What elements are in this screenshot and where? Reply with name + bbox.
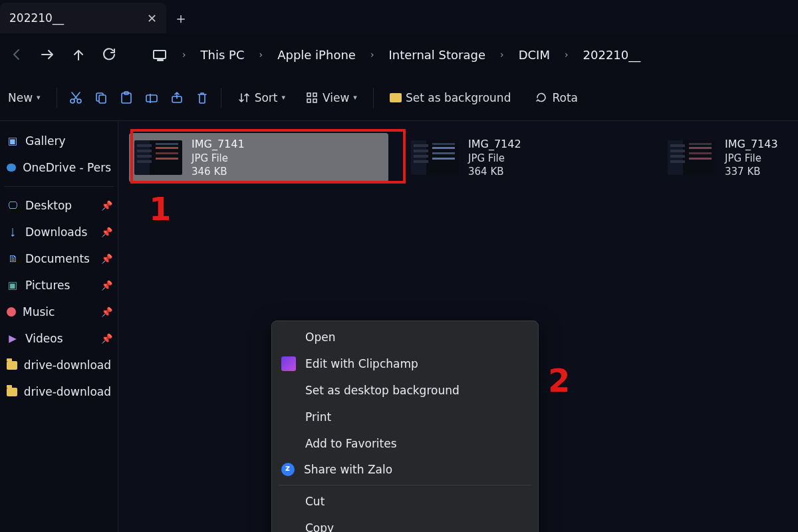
sidebar-item-onedrive[interactable]: OneDrive - Pers	[0, 154, 118, 181]
file-meta: IMG_7141 JPG File 346 KB	[192, 137, 245, 178]
pictures-icon: ▣	[7, 279, 19, 291]
sort-label: Sort	[255, 91, 278, 104]
ctx-clipchamp[interactable]: Edit with Clipchamp	[272, 350, 538, 377]
sidebar-item-videos[interactable]: ▶ Videos 📌	[0, 325, 118, 352]
clipchamp-icon	[281, 356, 296, 371]
sidebar-item-documents[interactable]: 🗎 Documents 📌	[0, 245, 118, 272]
ctx-share-zalo[interactable]: Share with Zalo	[272, 457, 538, 482]
ctx-label: Share with Zalo	[304, 463, 392, 476]
refresh-button[interactable]	[101, 47, 117, 63]
sort-button[interactable]: Sort ▾	[233, 87, 289, 108]
rename-icon[interactable]	[145, 91, 158, 104]
sidebar-item-desktop[interactable]: 🖵 Desktop 📌	[0, 192, 118, 219]
desktop-icon: 🖵	[7, 200, 19, 211]
breadcrumb-item[interactable]: This PC	[201, 48, 245, 62]
new-label: New	[8, 91, 33, 104]
sidebar-label: OneDrive - Pers	[23, 161, 111, 174]
pin-icon: 📌	[101, 307, 112, 317]
toolbar-divider	[373, 88, 374, 108]
ctx-set-desktop-bg[interactable]: Set as desktop background	[272, 377, 538, 404]
rotate-icon	[535, 91, 548, 104]
ctx-copy[interactable]: Copy	[272, 515, 538, 532]
sidebar: ▣ Gallery OneDrive - Pers 🖵 Desktop 📌 ⭣ …	[0, 121, 118, 532]
set-background-button[interactable]: Set as background	[386, 87, 515, 108]
gallery-icon: ▣	[7, 135, 19, 147]
chevron-right-icon: ›	[370, 49, 374, 60]
toolbar-divider	[57, 88, 57, 108]
sidebar-label: drive-download	[24, 385, 111, 398]
ctx-add-favorites[interactable]: Add to Favorites	[272, 430, 538, 457]
share-icon[interactable]	[170, 91, 184, 104]
folder-icon	[7, 361, 17, 370]
pin-icon: 📌	[101, 200, 112, 211]
chevron-down-icon: ▾	[281, 93, 285, 102]
pin-icon: 📌	[101, 280, 112, 291]
sidebar-item-music[interactable]: Music 📌	[0, 299, 118, 325]
forward-button[interactable]	[40, 47, 56, 63]
file-item[interactable]: IMG_7143 JPG File 337 KB	[662, 133, 783, 182]
chevron-right-icon: ›	[259, 49, 263, 60]
window-tab[interactable]: 202210__ ✕	[0, 3, 166, 33]
sidebar-item-pictures[interactable]: ▣ Pictures 📌	[0, 272, 118, 299]
blank-icon	[281, 521, 296, 532]
rotate-button[interactable]: Rota	[531, 87, 582, 108]
breadcrumb-item[interactable]: DCIM	[519, 48, 550, 62]
blank-icon	[281, 410, 296, 424]
titlebar: 202210__ ✕ ＋	[0, 0, 798, 33]
cut-icon[interactable]	[69, 91, 82, 104]
sidebar-item-folder[interactable]: drive-download	[0, 378, 118, 405]
main-split: ▣ Gallery OneDrive - Pers 🖵 Desktop 📌 ⭣ …	[0, 121, 798, 532]
toolbar-divider	[221, 88, 221, 108]
breadcrumb-item[interactable]: Apple iPhone	[277, 48, 356, 62]
ctx-label: Print	[305, 410, 331, 424]
sidebar-label: Downloads	[25, 225, 87, 239]
sidebar-label: Videos	[25, 332, 63, 345]
file-item[interactable]: IMG_7141 JPG File 346 KB	[129, 133, 388, 182]
view-icon	[305, 91, 319, 104]
context-menu: Open Edit with Clipchamp Set as desktop …	[271, 321, 539, 532]
back-button[interactable]	[9, 47, 25, 63]
ctx-label: Set as desktop background	[305, 384, 460, 397]
sidebar-label: Documents	[25, 252, 90, 265]
blank-icon	[281, 436, 296, 451]
svg-rect-11	[313, 99, 317, 102]
file-size: 337 KB	[725, 165, 778, 178]
file-name: IMG_7141	[192, 137, 245, 152]
paste-icon[interactable]	[120, 91, 133, 104]
file-type: JPG File	[468, 152, 521, 165]
onedrive-icon	[7, 164, 16, 172]
chevron-right-icon: ›	[182, 49, 186, 60]
background-icon	[390, 93, 402, 102]
file-meta: IMG_7142 JPG File 364 KB	[468, 137, 521, 178]
close-tab-icon[interactable]: ✕	[147, 11, 157, 25]
file-name: IMG_7143	[725, 137, 778, 152]
ctx-cut[interactable]: Cut	[272, 488, 538, 515]
toolbar: New ▾ Sort ▾ View ▾ Set as background	[0, 80, 798, 121]
copy-icon[interactable]	[94, 91, 108, 104]
ctx-label: Edit with Clipchamp	[305, 357, 418, 370]
ctx-label: Cut	[305, 495, 325, 508]
file-name: IMG_7142	[468, 137, 521, 152]
ctx-print[interactable]: Print	[272, 404, 538, 430]
file-meta: IMG_7143 JPG File 337 KB	[725, 137, 778, 178]
up-button[interactable]	[70, 47, 86, 63]
delete-icon[interactable]	[196, 91, 209, 104]
ctx-label: Copy	[305, 521, 334, 532]
documents-icon: 🗎	[7, 253, 19, 265]
folder-icon	[7, 388, 17, 396]
sidebar-item-gallery[interactable]: ▣ Gallery	[0, 128, 118, 154]
view-button[interactable]: View ▾	[301, 87, 361, 108]
new-tab-button[interactable]: ＋	[166, 4, 196, 33]
svg-rect-9	[313, 93, 317, 96]
breadcrumb-item[interactable]: 202210__	[583, 48, 641, 62]
svg-rect-6	[146, 95, 157, 102]
chevron-down-icon: ▾	[37, 93, 41, 102]
view-label: View	[323, 91, 349, 104]
pin-icon: 📌	[101, 253, 112, 264]
sidebar-item-downloads[interactable]: ⭣ Downloads 📌	[0, 219, 118, 245]
file-item[interactable]: IMG_7142 JPG File 364 KB	[406, 133, 645, 182]
sidebar-item-folder[interactable]: drive-download	[0, 352, 118, 378]
new-button[interactable]: New ▾	[4, 87, 45, 108]
ctx-open[interactable]: Open	[272, 324, 538, 350]
breadcrumb-item[interactable]: Internal Storage	[389, 48, 486, 62]
